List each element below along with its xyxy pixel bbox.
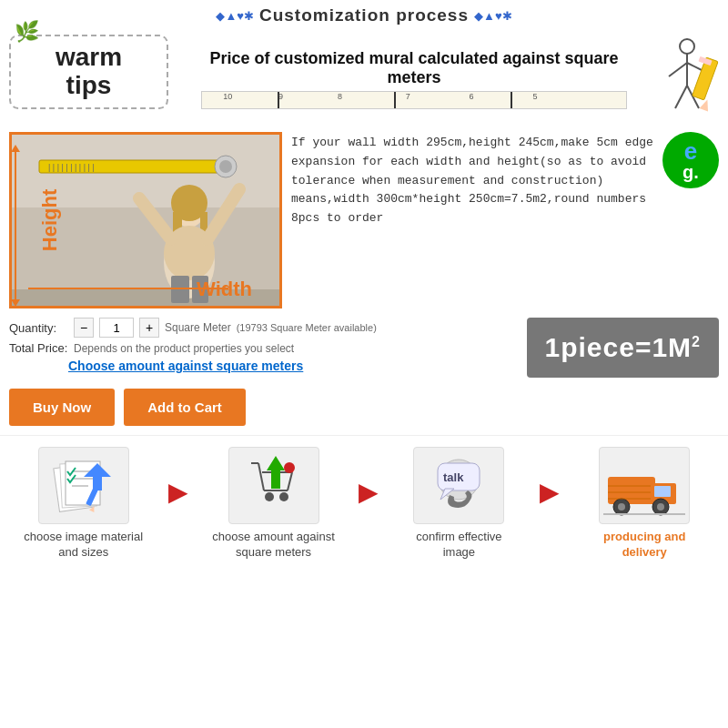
header-deco-right: ◆▲♥✱ (474, 9, 512, 23)
ruler: 10 9 8 7 6 5 (201, 91, 627, 109)
header-title: Customization process (259, 5, 469, 25)
main-content: | | | | | | | | | | | (0, 132, 728, 308)
svg-line-36 (258, 463, 264, 490)
price-title-section: Price of customized mural calculated aga… (177, 49, 651, 113)
warm-tips-box: 🌿 warm tips (9, 35, 168, 109)
svg-marker-7 (700, 98, 713, 112)
process-step-2: choose amount against square meters (210, 447, 338, 561)
choose-text: Choose amount against square meters (68, 359, 518, 373)
arrow-1: ▶ (168, 477, 188, 507)
height-label: Height (38, 189, 62, 251)
flower-decoration: 🌿 (15, 20, 39, 44)
width-arrow: → (28, 288, 228, 289)
svg-rect-48 (608, 477, 655, 504)
measurement-image-wrapper: | | | | | | | | | | | (9, 132, 282, 308)
price-title: Price of customized mural calculated aga… (177, 49, 651, 87)
step3-icon-box: talk (413, 447, 504, 524)
step2-icon-box (228, 447, 319, 524)
step1-label: choose image material and sizes (20, 530, 147, 561)
quantity-row: Quantity: − + Square Meter (19793 Square… (9, 318, 518, 338)
top-section: 🌿 warm tips Price of customized mural ca… (0, 31, 728, 130)
total-row: Total Price: Depends on the product prop… (9, 341, 518, 355)
svg-text:|  |  |  |  |  |  |  |  |  |  : | | | | | | | | | | | (48, 163, 95, 172)
quantity-minus-button[interactable]: − (74, 318, 94, 338)
example-section: e g. If your wall width 295cm,height 245… (291, 132, 719, 308)
arrow-2: ▶ (359, 477, 379, 507)
svg-point-40 (265, 492, 274, 501)
svg-rect-24 (171, 276, 189, 303)
process-step-3: talk confirm effective image (399, 447, 518, 561)
step4-label: producing and delivery (581, 530, 708, 561)
piece-badge-sup: 2 (692, 334, 701, 349)
eg-g: g. (682, 163, 699, 181)
header-deco-left: ◆▲♥✱ (216, 9, 254, 23)
svg-point-0 (680, 39, 694, 54)
add-to-cart-button[interactable]: Add to Cart (124, 389, 246, 426)
piece-badge-text: 1piece=1M (545, 332, 693, 362)
svg-line-2 (669, 63, 687, 76)
svg-rect-50 (654, 486, 671, 497)
svg-line-38 (288, 472, 292, 490)
buttons-row: Buy Now Add to Cart (0, 383, 728, 431)
eg-badge: e g. (662, 132, 719, 188)
step2-label: choose amount against square meters (210, 530, 338, 561)
piece-badge: 1piece=1M2 (527, 318, 720, 378)
header: ◆▲♥✱ Customization process ◆▲♥✱ (0, 0, 728, 31)
step4-icon-box (599, 447, 690, 524)
quantity-label: Quantity: (9, 321, 68, 335)
step3-label: confirm effective image (399, 530, 518, 561)
total-label: Total Price: (9, 341, 68, 355)
eg-e: e (684, 139, 697, 163)
process-step-4: producing and delivery (581, 447, 708, 561)
svg-point-15 (219, 160, 232, 173)
warm-tips-line1: warm (25, 44, 152, 72)
quantity-controls: Quantity: − + Square Meter (19793 Square… (9, 318, 518, 373)
svg-line-4 (675, 86, 687, 108)
example-text: If your wall width 295cm,height 245cm,ma… (291, 134, 719, 228)
pencil-figure (655, 35, 719, 130)
svg-point-43 (284, 462, 295, 473)
buy-now-button[interactable]: Buy Now (9, 389, 115, 426)
process-section: choose image material and sizes ▶ (0, 435, 728, 568)
quantity-total-section: Quantity: − + Square Meter (19793 Square… (0, 312, 728, 383)
quantity-unit: Square Meter (165, 321, 231, 334)
warm-tips-line2: tips (25, 72, 152, 100)
quantity-available: (19793 Square Meter available) (237, 322, 377, 333)
svg-text:talk: talk (443, 470, 464, 484)
process-step-1: choose image material and sizes (20, 447, 147, 561)
step1-icon-box (38, 447, 129, 524)
svg-point-41 (279, 492, 288, 501)
svg-point-54 (657, 503, 664, 511)
svg-point-52 (618, 503, 625, 511)
page-wrapper: ◆▲♥✱ Customization process ◆▲♥✱ 🌿 warm t… (0, 0, 728, 728)
total-value: Depends on the product properties you se… (74, 342, 294, 355)
arrow-3: ▶ (540, 477, 560, 507)
height-arrow (15, 148, 16, 303)
quantity-input[interactable] (99, 318, 134, 338)
quantity-plus-button[interactable]: + (139, 318, 159, 338)
